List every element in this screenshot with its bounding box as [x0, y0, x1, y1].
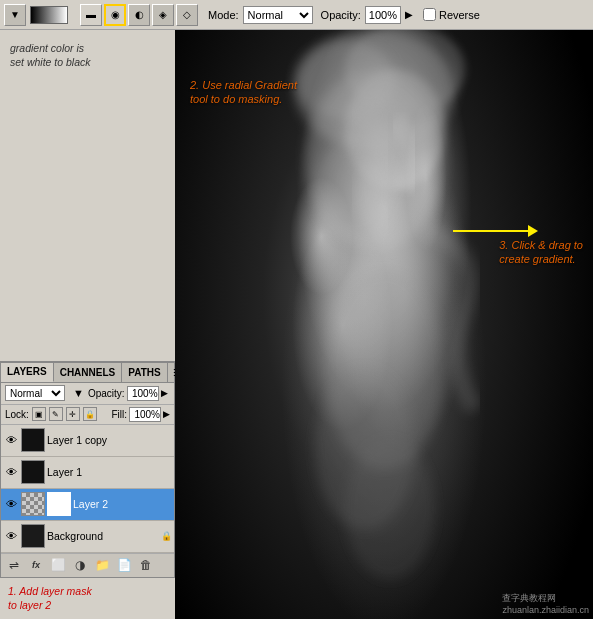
fill-input[interactable] — [129, 407, 161, 422]
add-mask-annotation: 1. Add layer mask to layer 2 — [0, 578, 175, 619]
tab-paths[interactable]: PATHS — [122, 363, 167, 382]
opacity-ctrl-input[interactable] — [127, 386, 159, 401]
radial-gradient-btn[interactable]: ◉ — [104, 4, 126, 26]
tab-layers[interactable]: LAYERS — [1, 363, 54, 382]
opacity-input[interactable] — [365, 6, 401, 24]
toolbar: ▼ ▬ ◉ ◐ ◈ ◇ Mode: Normal Opacity: ▶ Reve… — [0, 0, 593, 30]
fill-arrow[interactable]: ▶ — [163, 409, 170, 419]
lock-image-btn[interactable]: ✎ — [49, 407, 63, 421]
mask-thumb-layer2 — [47, 492, 71, 516]
layer-adjustment-btn[interactable]: ◑ — [71, 556, 89, 574]
canvas-image[interactable]: 2. Use radial Gradient tool to do maskin… — [175, 30, 593, 619]
visibility-layer1[interactable]: 👁 — [3, 464, 19, 480]
lock-label: Lock: — [5, 409, 29, 420]
thumb-layer1 — [21, 460, 45, 484]
layer-name-layer1copy: Layer 1 copy — [47, 434, 172, 446]
layers-panel: LAYERS CHANNELS PATHS ☰ Normal ▼ Opacity… — [0, 361, 175, 578]
layer-new-btn[interactable]: 📄 — [115, 556, 133, 574]
lock-position-btn[interactable]: ✛ — [66, 407, 80, 421]
thumb-background — [21, 524, 45, 548]
layer-row-background[interactable]: 👁 Background 🔒 — [1, 521, 174, 553]
reverse-checkbox[interactable] — [423, 8, 436, 21]
options-btn[interactable]: ▼ — [4, 4, 26, 26]
svg-point-8 — [345, 440, 435, 580]
reverse-label: Reverse — [439, 9, 480, 21]
opacity-control: Opacity: ▶ — [88, 386, 168, 401]
layer-name-background: Background — [47, 530, 159, 542]
layer-name-layer1: Layer 1 — [47, 466, 172, 478]
tab-channels[interactable]: CHANNELS — [54, 363, 123, 382]
gradient-annotation: gradient color is set white to black — [10, 42, 91, 69]
opacity-label: Opacity: — [321, 9, 361, 21]
angle-gradient-btn[interactable]: ◐ — [128, 4, 150, 26]
layer-delete-btn[interactable]: 🗑 — [137, 556, 155, 574]
watermark: 查字典教程网zhuanlan.zhaiidian.cn — [502, 592, 589, 615]
yellow-arrow — [453, 225, 538, 237]
opacity-ctrl-arrow[interactable]: ▶ — [161, 388, 168, 398]
left-panel: gradient color is set white to black LAY… — [0, 30, 175, 619]
canvas-area: 2. Use radial Gradient tool to do maskin… — [175, 30, 593, 619]
opacity-ctrl-label: Opacity: — [88, 388, 125, 399]
reflected-gradient-btn[interactable]: ◈ — [152, 4, 174, 26]
lock-transparency-btn[interactable]: ▣ — [32, 407, 46, 421]
layer-mask-btn[interactable]: ⬜ — [49, 556, 67, 574]
layers-blend-opacity: Normal ▼ Opacity: ▶ — [1, 383, 174, 405]
annotation-area: gradient color is set white to black — [0, 30, 175, 361]
visibility-layer1copy[interactable]: 👁 — [3, 432, 19, 448]
fill-control: Fill: ▶ — [111, 407, 170, 422]
lock-all-btn[interactable]: 🔒 — [83, 407, 97, 421]
svg-point-5 — [295, 40, 395, 120]
arrow-line — [453, 230, 528, 232]
diamond-gradient-btn[interactable]: ◇ — [176, 4, 198, 26]
smoke-svg — [175, 30, 593, 619]
mode-select[interactable]: Normal — [243, 6, 313, 24]
layer-row-layer1copy[interactable]: 👁 Layer 1 copy — [1, 425, 174, 457]
layer-fx-btn[interactable]: fx — [27, 556, 45, 574]
layers-bottom-tools: ⇌ fx ⬜ ◑ 📁 📄 🗑 — [1, 553, 174, 577]
thumb-layer1copy — [21, 428, 45, 452]
arrow-head — [528, 225, 538, 237]
visibility-layer2[interactable]: 👁 — [3, 496, 19, 512]
opacity-arrow-small[interactable]: ▼ — [73, 387, 84, 399]
radial-gradient-annotation: 2. Use radial Gradient tool to do maskin… — [190, 78, 297, 107]
mode-label: Mode: — [208, 9, 239, 21]
opacity-arrow[interactable]: ▶ — [405, 9, 413, 20]
layers-tabs: LAYERS CHANNELS PATHS ☰ — [1, 363, 174, 383]
lock-badge-background: 🔒 — [161, 531, 172, 541]
layer-name-layer2: Layer 2 — [73, 498, 172, 510]
visibility-background[interactable]: 👁 — [3, 528, 19, 544]
main-content: gradient color is set white to black LAY… — [0, 30, 593, 619]
fill-label: Fill: — [111, 409, 127, 420]
layer-row-layer1[interactable]: 👁 Layer 1 — [1, 457, 174, 489]
reverse-checkbox-group: Reverse — [423, 8, 480, 21]
layers-lock-fill: Lock: ▣ ✎ ✛ 🔒 Fill: ▶ — [1, 405, 174, 425]
layer-link-btn[interactable]: ⇌ — [5, 556, 23, 574]
linear-gradient-btn[interactable]: ▬ — [80, 4, 102, 26]
layer-group-btn[interactable]: 📁 — [93, 556, 111, 574]
thumb-layer2 — [21, 492, 45, 516]
layer-row-layer2[interactable]: 👁 Layer 2 — [1, 489, 174, 521]
click-drag-annotation: 3. Click & drag to create gradient. — [499, 238, 583, 267]
blend-mode-select[interactable]: Normal — [5, 385, 65, 401]
gradient-style-group: ▬ ◉ ◐ ◈ ◇ — [80, 4, 198, 26]
gradient-preview[interactable] — [30, 6, 68, 24]
